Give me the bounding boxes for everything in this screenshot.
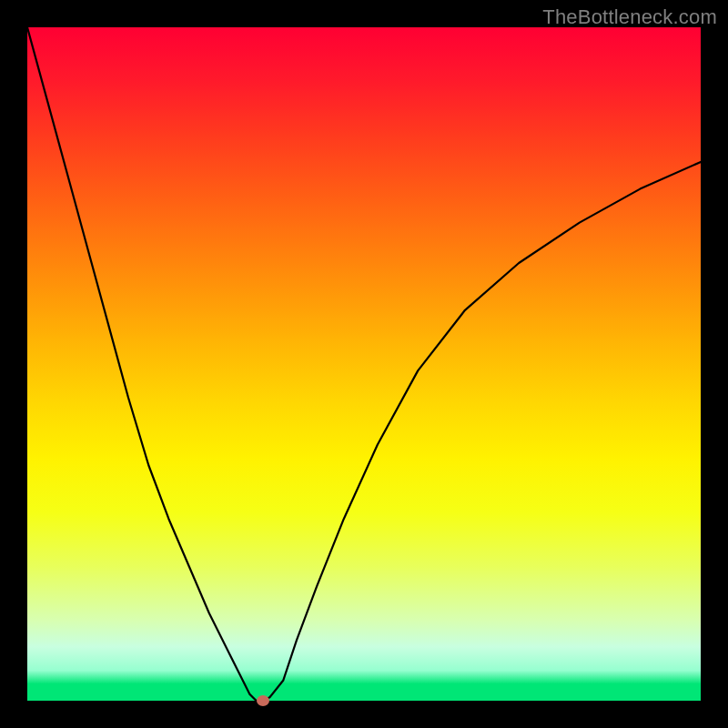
bottleneck-curve [27,27,701,701]
chart-frame: TheBottleneck.com [0,0,728,728]
watermark-text: TheBottleneck.com [542,5,717,29]
plot-area [27,27,701,701]
optimum-marker-dot [257,695,269,706]
